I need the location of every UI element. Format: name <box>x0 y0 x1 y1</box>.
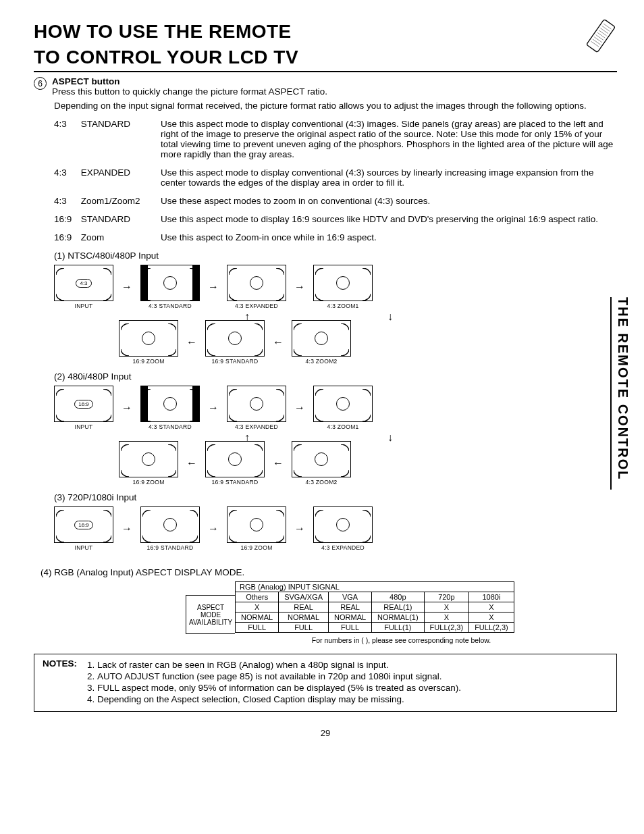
arrow-left-icon: ← <box>186 336 197 348</box>
diagram-caption: 16:9 STANDARD <box>212 479 259 486</box>
diagram-box: 4:3 EXPANDED <box>313 506 373 551</box>
rgb-col-header: VGA <box>329 592 372 602</box>
rgb-col-header: 480p <box>372 592 425 602</box>
aspect-row: 16:9 ZoomUse this aspect to Zoom-in once… <box>54 232 617 242</box>
aspect-row: 4:3 EXPANDEDUse this aspect mode to disp… <box>54 167 617 188</box>
rgb-cell: NORMAL(1) <box>372 613 425 623</box>
diagram-box: 4:3 STANDARD <box>140 265 200 309</box>
rgb-super-header: RGB (Analog) INPUT SIGNAL <box>236 582 514 592</box>
diagram-row: 4:3INPUT→4:3 STANDARD→4:3 EXPANDED→4:3 Z… <box>54 265 617 309</box>
aspect-desc: Use this aspect mode to display conventi… <box>161 167 617 188</box>
rgb-cell: X <box>469 602 514 613</box>
diagram-heading: (3) 720P/1080i Input <box>54 492 617 502</box>
arrow-right-icon: → <box>122 281 132 293</box>
diagram-row: 16:9INPUT→4:3 STANDARD→4:3 EXPANDED→4:3 … <box>54 386 617 430</box>
aspect-tag: 4:3 <box>76 279 91 288</box>
diagram-row: 16:9 ZOOM←16:9 STANDARD←4:3 ZOOM2 <box>119 441 617 486</box>
diagram-box: 16:9 ZOOM <box>227 506 286 551</box>
face-icon <box>250 397 263 411</box>
rgb-cell: FULL(1) <box>372 623 425 633</box>
aspect-name: STANDARD <box>81 119 130 129</box>
note-item: FULL aspect mode, only 95% of informatio… <box>97 683 461 693</box>
arrow-right-icon: → <box>208 402 219 414</box>
aspect-ratio: 16:9 <box>54 214 78 224</box>
diagram-caption: 16:9 STANDARD <box>212 358 259 365</box>
rgb-cell: FULL <box>279 623 329 633</box>
diagram-caption: 16:9 ZOOM <box>132 358 164 365</box>
aspect-name: Zoom1/Zoom2 <box>81 196 140 206</box>
notes-list: Lack of raster can be seen in RGB (Analo… <box>84 658 461 706</box>
diagram-box: 16:9 ZOOM <box>119 320 178 365</box>
diagram-box: 4:3INPUT <box>54 265 113 309</box>
rgb-cell: X <box>469 613 514 623</box>
diagram-caption: 4:3 EXPANDED <box>235 303 278 309</box>
rgb-heading: (4) RGB (Analog Input) ASPECT DISPLAY MO… <box>41 567 617 577</box>
aspect-row: 4:3 STANDARDUse this aspect mode to disp… <box>54 119 617 159</box>
rgb-col-header: 720p <box>424 592 469 602</box>
face-icon <box>250 276 263 290</box>
aspect-row: 4:3 Zoom1/Zoom2Use these aspect modes to… <box>54 196 617 206</box>
page-title-line1: HOW TO USE THE REMOTE <box>34 20 617 43</box>
diagram-caption: INPUT <box>75 544 93 551</box>
section-header: 6 ASPECT button Press this button to qui… <box>34 76 617 97</box>
note-item: Depending on the Aspect selection, Close… <box>97 694 461 704</box>
aspect-name: STANDARD <box>81 214 130 224</box>
section-title: ASPECT button <box>52 76 327 86</box>
rgb-cell: REAL <box>329 602 372 613</box>
aspect-tag: 16:9 <box>74 521 93 529</box>
aspect-ratio: 16:9 <box>54 232 78 242</box>
face-icon <box>336 518 350 531</box>
arrow-right-icon: → <box>294 523 305 535</box>
face-icon <box>163 276 177 290</box>
diagram-caption: 4:3 ZOOM1 <box>327 423 358 430</box>
side-tab-label: THE REMOTE CONTROL <box>615 297 630 481</box>
arrow-right-icon: → <box>294 402 305 414</box>
rgb-cell: X <box>424 613 469 623</box>
face-icon <box>250 518 263 531</box>
diagram-box: 16:9INPUT <box>54 386 113 430</box>
face-icon <box>142 452 155 466</box>
aspect-name: Zoom <box>81 232 105 242</box>
rgb-rowhead-0: ASPECT <box>197 604 224 611</box>
diagram-caption: 4:3 ZOOM2 <box>305 479 337 486</box>
arrow-left-icon: ← <box>273 336 284 348</box>
face-icon <box>228 332 242 345</box>
diagram-box: 16:9INPUT <box>54 506 113 551</box>
face-icon <box>336 397 350 411</box>
rgb-cell: FULL <box>329 623 372 633</box>
aspect-ratio: 4:3 <box>54 196 78 206</box>
diagram-caption: 4:3 EXPANDED <box>321 544 365 551</box>
notes-box: NOTES: Lack of raster can be seen in RGB… <box>34 654 617 712</box>
aspect-desc: Use this aspect mode to display 16:9 sou… <box>161 214 617 224</box>
face-icon <box>163 397 177 411</box>
arrow-right-icon: → <box>208 523 219 535</box>
svg-rect-0 <box>587 19 616 52</box>
remote-icon <box>586 19 616 55</box>
aspect-ratio: 4:3 <box>54 119 78 129</box>
page-number: 29 <box>34 728 617 738</box>
rgb-table: ASPECT MODE AVAILABILITY RGB (Analog) IN… <box>186 581 617 634</box>
rgb-table-footnote: For numbers in ( ), please see correspon… <box>186 636 617 644</box>
arrow-right-icon: → <box>294 281 305 293</box>
diagram-heading: (1) NTSC/480i/480P Input <box>54 251 617 261</box>
rgb-cell: FULL(2,3) <box>424 623 469 633</box>
arrow-left-icon: ← <box>273 457 284 469</box>
section-number-icon: 6 <box>34 77 47 90</box>
rgb-cell: NORMAL <box>329 613 372 623</box>
side-tab-rule <box>610 297 612 490</box>
diagram-box: 4:3 ZOOM1 <box>313 386 373 430</box>
rgb-cell: NORMAL <box>279 613 329 623</box>
rgb-cell: NORMAL <box>236 613 279 623</box>
aspect-desc: Use these aspect modes to zoom in on con… <box>161 196 617 206</box>
notes-label: NOTES: <box>43 658 77 706</box>
diagram-caption: INPUT <box>75 303 93 309</box>
arrow-down-icon: ↓ <box>387 432 393 444</box>
rgb-cell: REAL <box>279 602 329 613</box>
face-icon <box>163 518 177 531</box>
note-item: Lack of raster can be seen in RGB (Analo… <box>97 660 461 670</box>
diagram-box: 4:3 ZOOM2 <box>292 320 351 365</box>
rgb-rowhead-1: MODE <box>200 611 221 619</box>
diagram-row: 16:9 ZOOM←16:9 STANDARD←4:3 ZOOM2 <box>119 320 617 365</box>
diagram-box: 16:9 ZOOM <box>119 441 178 486</box>
face-icon <box>336 276 350 290</box>
